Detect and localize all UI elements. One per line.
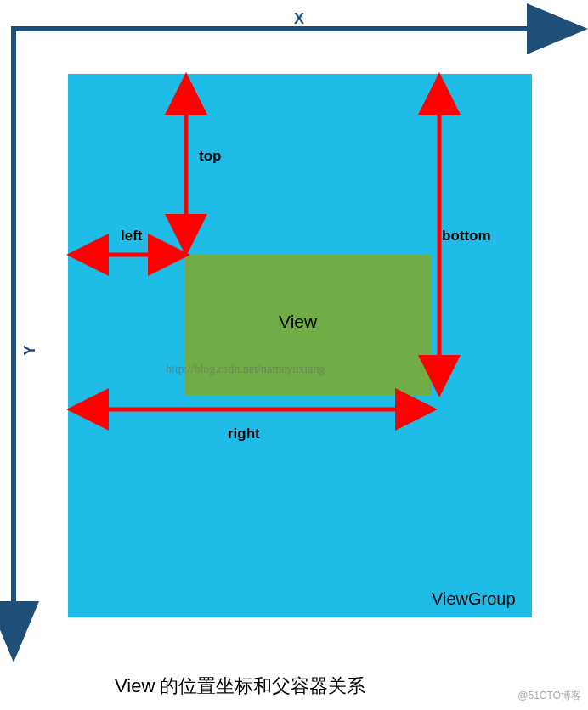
y-axis-label: Y [21,345,39,355]
watermark-url: http://blog.csdn.net/nameyuxiang [166,363,325,376]
coordinate-diagram: X Y top left right bottom View ViewGroup… [0,0,588,710]
diagram-caption: View 的位置坐标和父容器关系 [115,673,365,699]
bottom-label: bottom [442,228,491,245]
left-label: left [121,228,143,245]
viewgroup-label: ViewGroup [432,589,516,609]
site-watermark: @51CTO博客 [517,689,581,703]
view-label: View [279,312,317,332]
right-label: right [228,425,260,442]
top-label: top [199,148,221,165]
x-axis-label: X [294,10,304,28]
